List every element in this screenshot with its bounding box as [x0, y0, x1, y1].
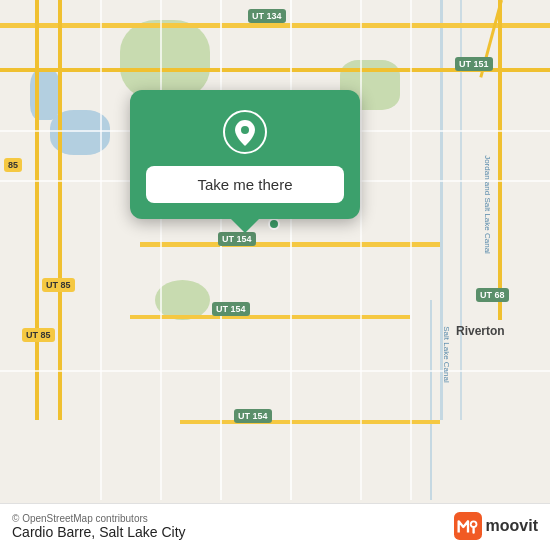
salt-lake-canal [430, 300, 432, 500]
map-container: UT 134 UT 151 85 UT 154 UT 154 UT 85 UT … [0, 0, 550, 550]
park-area [120, 20, 210, 100]
map-pin-dot [268, 218, 280, 230]
road-ut134 [0, 23, 550, 28]
road-68 [498, 0, 502, 320]
road-ut154c [180, 420, 440, 424]
road-85 [35, 0, 39, 420]
osm-attribution: © OpenStreetMap contributors [12, 513, 186, 524]
road-minor [0, 370, 550, 372]
hw-label-ut134: UT 134 [248, 9, 286, 23]
salt-lake-canal-label: Salt Lake Canal [442, 326, 451, 382]
hw-label-ut85b: UT 85 [22, 328, 55, 342]
canal-label: Jordan and Salt Lake Canal [483, 155, 492, 254]
moovit-logo: moovit [454, 512, 538, 540]
map-background [0, 0, 550, 550]
location-pin-icon [223, 110, 267, 154]
hw-label-ut154a: UT 154 [218, 232, 256, 246]
road-minor [360, 0, 362, 500]
location-label: Cardio Barre, Salt Lake City [12, 524, 186, 540]
road-minor [100, 0, 102, 500]
road-85b [58, 0, 62, 420]
hw-label-ut154c: UT 154 [234, 409, 272, 423]
svg-point-1 [241, 126, 249, 134]
road-ut154b [130, 315, 410, 319]
location-info: © OpenStreetMap contributors Cardio Barr… [12, 513, 186, 540]
moovit-logo-icon [454, 512, 482, 540]
park-area [155, 280, 210, 320]
bottom-bar: © OpenStreetMap contributors Cardio Barr… [0, 503, 550, 550]
take-me-there-button[interactable]: Take me there [146, 166, 344, 203]
location-popup: Take me there [130, 90, 360, 219]
city-label-riverton: Riverton [456, 324, 505, 338]
road-minor [220, 0, 222, 500]
svg-point-4 [471, 522, 475, 526]
hw-label-ut85: UT 85 [42, 278, 75, 292]
hw-label-85: 85 [4, 158, 22, 172]
road-minor [290, 0, 292, 500]
road-minor [410, 0, 412, 500]
moovit-text-label: moovit [486, 517, 538, 535]
hw-label-ut154b: UT 154 [212, 302, 250, 316]
hw-label-ut151: UT 151 [455, 57, 493, 71]
road-minor [160, 0, 162, 500]
hw-label-ut68: UT 68 [476, 288, 509, 302]
